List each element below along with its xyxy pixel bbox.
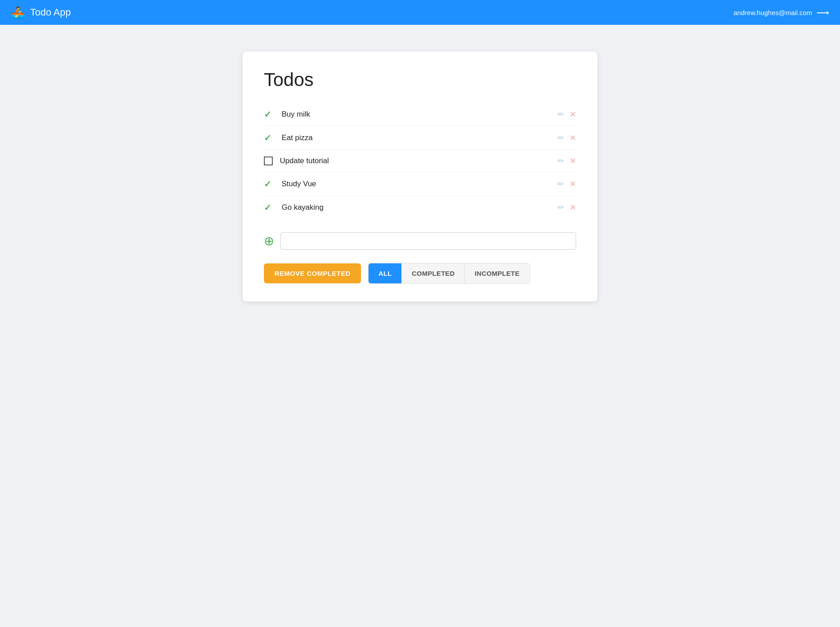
bottom-row: REMOVE COMPLETED ALL COMPLETED INCOMPLET… bbox=[264, 263, 576, 284]
todo-item-left: ✓Eat pizza bbox=[264, 133, 313, 143]
todo-edit-icon[interactable]: ✏ bbox=[557, 203, 564, 212]
todo-item: ✓Buy milk✏✕ bbox=[264, 103, 576, 126]
filter-completed-button[interactable]: COMPLETED bbox=[402, 263, 465, 283]
app-title: Todo App bbox=[30, 7, 71, 18]
header-right: andrew.hughes@mail.com ⟶ bbox=[734, 7, 829, 18]
todo-actions: ✏✕ bbox=[557, 110, 576, 119]
todo-actions: ✏✕ bbox=[557, 179, 576, 189]
user-email: andrew.hughes@mail.com bbox=[734, 9, 812, 16]
todo-delete-icon[interactable]: ✕ bbox=[569, 179, 576, 189]
todo-text: Study Vue bbox=[282, 180, 316, 188]
todo-delete-icon[interactable]: ✕ bbox=[569, 203, 576, 212]
todo-list: ✓Buy milk✏✕✓Eat pizza✏✕Update tutorial✏✕… bbox=[264, 103, 576, 219]
todo-item-left: Update tutorial bbox=[264, 157, 329, 165]
todo-text: Go kayaking bbox=[282, 203, 324, 212]
todo-delete-icon[interactable]: ✕ bbox=[569, 133, 576, 143]
todo-text: Update tutorial bbox=[280, 157, 329, 165]
add-todo-icon[interactable]: ⊕ bbox=[264, 234, 274, 248]
todo-delete-icon[interactable]: ✕ bbox=[569, 110, 576, 119]
todo-text: Buy milk bbox=[282, 110, 310, 119]
todo-checkbox[interactable] bbox=[264, 157, 273, 165]
app-logo-icon: 🚣 bbox=[11, 6, 25, 20]
todo-item: ✓Eat pizza✏✕ bbox=[264, 126, 576, 150]
todo-check-icon[interactable]: ✓ bbox=[264, 109, 275, 120]
todo-item: Update tutorial✏✕ bbox=[264, 150, 576, 172]
todo-edit-icon[interactable]: ✏ bbox=[557, 179, 564, 189]
todo-item-left: ✓Go kayaking bbox=[264, 202, 324, 213]
app-header: 🚣 Todo App andrew.hughes@mail.com ⟶ bbox=[0, 0, 840, 25]
main-content: Todos ✓Buy milk✏✕✓Eat pizza✏✕Update tuto… bbox=[0, 25, 840, 328]
todo-check-icon[interactable]: ✓ bbox=[264, 179, 275, 189]
card-title: Todos bbox=[264, 69, 576, 90]
todo-item-left: ✓Buy milk bbox=[264, 109, 310, 120]
todo-check-icon[interactable]: ✓ bbox=[264, 133, 275, 143]
todo-delete-icon[interactable]: ✕ bbox=[569, 156, 576, 166]
logout-icon[interactable]: ⟶ bbox=[816, 7, 829, 18]
todo-text: Eat pizza bbox=[282, 133, 313, 142]
todo-actions: ✏✕ bbox=[557, 203, 576, 212]
todo-item-left: ✓Study Vue bbox=[264, 179, 316, 189]
todo-actions: ✏✕ bbox=[557, 133, 576, 143]
todo-edit-icon[interactable]: ✏ bbox=[557, 133, 564, 143]
todos-card: Todos ✓Buy milk✏✕✓Eat pizza✏✕Update tuto… bbox=[243, 51, 597, 302]
todo-item: ✓Go kayaking✏✕ bbox=[264, 196, 576, 219]
todo-edit-icon[interactable]: ✏ bbox=[557, 110, 564, 119]
add-todo-input[interactable] bbox=[280, 232, 576, 250]
filter-all-button[interactable]: ALL bbox=[369, 263, 402, 283]
add-todo-row: ⊕ bbox=[264, 232, 576, 250]
todo-actions: ✏✕ bbox=[557, 156, 576, 166]
todo-edit-icon[interactable]: ✏ bbox=[557, 156, 564, 166]
todo-check-icon[interactable]: ✓ bbox=[264, 202, 275, 213]
filter-group: ALL COMPLETED INCOMPLETE bbox=[368, 263, 530, 284]
remove-completed-button[interactable]: REMOVE COMPLETED bbox=[264, 263, 361, 283]
filter-incomplete-button[interactable]: INCOMPLETE bbox=[465, 263, 529, 283]
header-left: 🚣 Todo App bbox=[11, 6, 71, 20]
todo-item: ✓Study Vue✏✕ bbox=[264, 172, 576, 196]
